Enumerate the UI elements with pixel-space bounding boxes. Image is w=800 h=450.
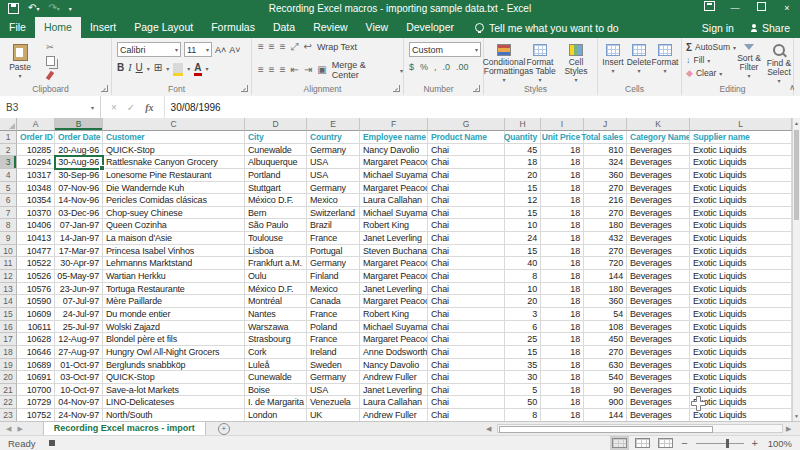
cell-I14[interactable]: 18: [541, 295, 584, 308]
cell-D7[interactable]: Bern: [245, 207, 307, 220]
cell-K17[interactable]: Beverages: [627, 333, 690, 346]
cell-I6[interactable]: 18: [541, 194, 584, 207]
fill-color-icon[interactable]: [173, 63, 183, 73]
cell-G1[interactable]: Product Name: [428, 131, 505, 144]
cell-F13[interactable]: Janet Leverling: [360, 283, 428, 296]
cell-I2[interactable]: 18: [541, 144, 584, 157]
cell-A3[interactable]: 10294: [17, 156, 55, 169]
cell-I11[interactable]: 18: [541, 257, 584, 270]
cell-C16[interactable]: Wolski Zajazd: [103, 321, 245, 334]
cell-D10[interactable]: Lisboa: [245, 245, 307, 258]
row-header-2[interactable]: 2: [0, 144, 17, 157]
cell-G22[interactable]: Chai: [428, 396, 505, 409]
cell-K4[interactable]: Beverages: [627, 169, 690, 182]
cell-E14[interactable]: Canada: [307, 295, 360, 308]
cell-G3[interactable]: Chai: [428, 156, 505, 169]
cell-F19[interactable]: Nancy Davolio: [360, 359, 428, 372]
cell-J15[interactable]: 54: [584, 308, 627, 321]
cell-A17[interactable]: 10628: [17, 333, 55, 346]
cell-A23[interactable]: 10752: [17, 409, 55, 421]
cell-L23[interactable]: Exotic Liquids: [690, 409, 792, 421]
column-header-H[interactable]: H: [505, 118, 541, 131]
cell-F6[interactable]: Laura Callahan: [360, 194, 428, 207]
column-header-L[interactable]: L: [690, 118, 792, 131]
cell-C2[interactable]: QUICK-Stop: [103, 144, 245, 157]
cell-K20[interactable]: Beverages: [627, 371, 690, 384]
cell-J18[interactable]: 270: [584, 346, 627, 359]
font-name-select[interactable]: Calibri▾: [117, 42, 181, 57]
cell-C15[interactable]: Du monde entier: [103, 308, 245, 321]
cell-D15[interactable]: Nantes: [245, 308, 307, 321]
cell-K9[interactable]: Beverages: [627, 232, 690, 245]
zoom-level[interactable]: 100%: [766, 438, 792, 449]
cell-J8[interactable]: 180: [584, 219, 627, 232]
cell-C6[interactable]: Pericles Comidas clásicas: [103, 194, 245, 207]
cell-E4[interactable]: USA: [307, 169, 360, 182]
cell-E3[interactable]: USA: [307, 156, 360, 169]
cell-G19[interactable]: Chai: [428, 359, 505, 372]
cell-E8[interactable]: Brazil: [307, 219, 360, 232]
cut-icon[interactable]: ✂: [42, 41, 58, 53]
cancel-icon[interactable]: ×: [111, 102, 117, 113]
orientation-icon[interactable]: ⤢: [291, 41, 299, 53]
customize-quick-access-icon[interactable]: ▾: [69, 5, 72, 12]
ribbon-display-options-icon[interactable]: [696, 0, 722, 17]
align-right-icon[interactable]: ≡: [280, 64, 286, 76]
cell-B13[interactable]: 23-Jun-97: [55, 283, 103, 296]
cell-I10[interactable]: 18: [541, 245, 584, 258]
cell-D22[interactable]: I. de Margarita: [245, 396, 307, 409]
cell-B19[interactable]: 01-Oct-97: [55, 359, 103, 372]
cell-F3[interactable]: Margaret Peacock: [360, 156, 428, 169]
cell-K7[interactable]: Beverages: [627, 207, 690, 220]
cell-L17[interactable]: Exotic Liquids: [690, 333, 792, 346]
cell-E21[interactable]: USA: [307, 384, 360, 397]
cell-A13[interactable]: 10576: [17, 283, 55, 296]
sign-in-link[interactable]: Sign in: [702, 22, 734, 34]
save-icon[interactable]: [8, 3, 19, 14]
row-header-16[interactable]: 16: [0, 321, 17, 334]
name-box[interactable]: B3 ▾: [0, 96, 101, 118]
cell-D1[interactable]: City: [245, 131, 307, 144]
cell-G5[interactable]: Chai: [428, 182, 505, 195]
tab-home[interactable]: Home: [35, 17, 81, 38]
tab-review[interactable]: Review: [304, 17, 356, 38]
cell-B14[interactable]: 07-Jul-97: [55, 295, 103, 308]
cell-D21[interactable]: Boise: [245, 384, 307, 397]
increase-indent-icon[interactable]: ⇥: [304, 64, 312, 76]
align-middle-icon[interactable]: ≡: [269, 41, 275, 53]
cell-J19[interactable]: 630: [584, 359, 627, 372]
cell-H13[interactable]: 10: [505, 283, 541, 296]
row-header-11[interactable]: 11: [0, 257, 17, 270]
cell-D14[interactable]: Montréal: [245, 295, 307, 308]
cell-H19[interactable]: 35: [505, 359, 541, 372]
grow-font-button[interactable]: A˄: [215, 44, 226, 56]
cell-A19[interactable]: 10689: [17, 359, 55, 372]
shrink-font-button[interactable]: A˅: [229, 44, 240, 56]
comma-style-icon[interactable]: ,: [434, 62, 437, 72]
cell-L15[interactable]: Exotic Liquids: [690, 308, 792, 321]
tab-developer[interactable]: Developer: [397, 17, 463, 38]
cell-F23[interactable]: Andrew Fuller: [360, 409, 428, 421]
redo-icon[interactable]: ↷▾: [48, 3, 59, 14]
cell-B18[interactable]: 27-Aug-97: [55, 346, 103, 359]
cell-F7[interactable]: Michael Suyama: [360, 207, 428, 220]
cell-E2[interactable]: Germany: [307, 144, 360, 157]
cell-L19[interactable]: Exotic Liquids: [690, 359, 792, 372]
column-header-D[interactable]: D: [245, 118, 307, 131]
cell-G4[interactable]: Chai: [428, 169, 505, 182]
cell-L9[interactable]: Exotic Liquids: [690, 232, 792, 245]
cell-I4[interactable]: 18: [541, 169, 584, 182]
cell-C5[interactable]: Die Wandernde Kuh: [103, 182, 245, 195]
underline-button[interactable]: U: [136, 62, 143, 74]
cell-D16[interactable]: Warszawa: [245, 321, 307, 334]
accounting-format-icon[interactable]: $: [409, 62, 414, 72]
format-painter-icon[interactable]: [42, 69, 58, 81]
zoom-slider-thumb[interactable]: [726, 439, 729, 448]
row-header-21[interactable]: 21: [0, 384, 17, 397]
vertical-scroll-thumb[interactable]: [794, 130, 799, 220]
wrap-text-label[interactable]: Wrap Text: [317, 42, 357, 52]
tab-view[interactable]: View: [357, 17, 398, 38]
row-header-7[interactable]: 7: [0, 207, 17, 220]
clipboard-dialog-launcher-icon[interactable]: [101, 85, 108, 92]
cell-G10[interactable]: Chai: [428, 245, 505, 258]
